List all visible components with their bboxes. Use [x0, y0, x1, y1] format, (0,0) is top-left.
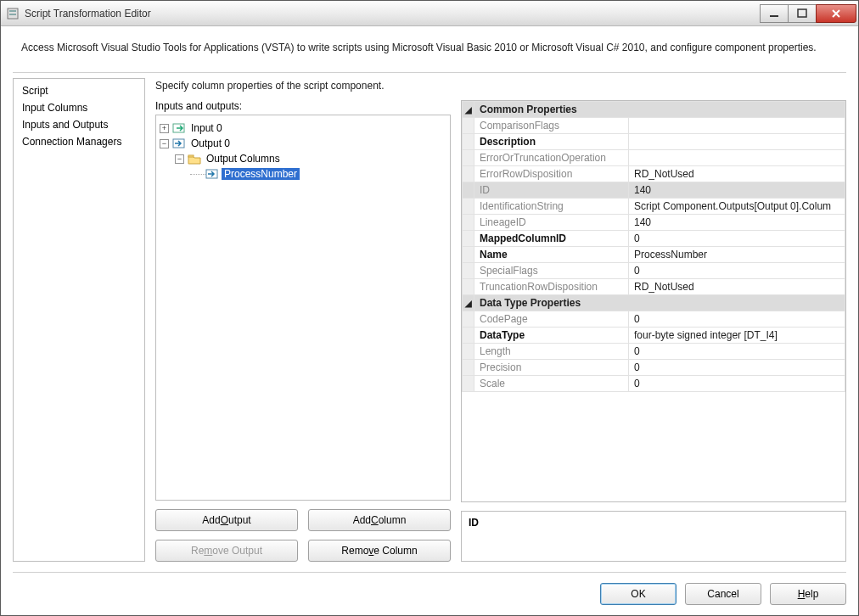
input-icon — [172, 121, 186, 135]
propgrid-row[interactable]: NameProcessNumber — [463, 247, 845, 263]
column-icon — [205, 167, 219, 181]
prop-value[interactable]: RD_NotUsed — [629, 279, 845, 295]
expand-icon[interactable]: + — [160, 124, 169, 133]
tree-node-processnumber[interactable]: ProcessNumber — [160, 166, 446, 182]
close-button[interactable] — [816, 4, 856, 23]
prop-name: Length — [474, 344, 629, 360]
prop-value[interactable]: RD_NotUsed — [629, 166, 845, 182]
tree-node-input0[interactable]: + Input 0 — [160, 120, 446, 136]
ok-button[interactable]: OK — [600, 583, 677, 605]
propgrid-column: ◢Common PropertiesComparisonFlagsDescrip… — [461, 100, 846, 562]
prop-value[interactable]: 0 — [629, 360, 845, 376]
right-pane: Specify column properties of the script … — [155, 78, 846, 562]
prop-value[interactable]: 0 — [629, 376, 845, 392]
help-button[interactable]: Help — [770, 583, 846, 605]
prop-value[interactable]: Script Component.Outputs[Output 0].Colum — [629, 199, 845, 215]
svg-rect-2 — [9, 14, 16, 15]
prop-name: MappedColumnID — [474, 231, 629, 247]
propgrid-row[interactable]: SpecialFlags0 — [463, 263, 845, 279]
prop-name: ErrorOrTruncationOperation — [474, 150, 629, 166]
add-column-button[interactable]: Add Column — [308, 509, 451, 531]
window-title: Script Transformation Editor — [25, 8, 761, 20]
sidebar-item-input-columns[interactable]: Input Columns — [14, 99, 144, 116]
propgrid-row[interactable]: ComparisonFlags — [463, 118, 845, 134]
prop-value[interactable] — [629, 150, 845, 166]
prop-value[interactable]: 140 — [629, 182, 845, 199]
collapse-icon[interactable]: − — [175, 154, 184, 164]
prop-name: TruncationRowDisposition — [474, 279, 629, 295]
output-icon — [172, 137, 186, 150]
svg-rect-4 — [798, 9, 806, 17]
main-area: Script Input Columns Inputs and Outputs … — [13, 78, 846, 562]
propgrid-row[interactable]: IdentificationStringScript Component.Out… — [463, 199, 845, 215]
prop-value[interactable]: ProcessNumber — [629, 247, 845, 263]
sidebar-item-connection-managers[interactable]: Connection Managers — [14, 133, 144, 150]
prop-name: CodePage — [474, 311, 629, 328]
property-description-title: ID — [469, 517, 839, 529]
propgrid-category[interactable]: ◢Common Properties — [463, 102, 845, 118]
tree-buttons-row1: Add Output Add Column — [155, 509, 451, 531]
prop-value[interactable]: 140 — [629, 215, 845, 231]
prop-name: SpecialFlags — [474, 263, 629, 279]
propgrid-row[interactable]: Length0 — [463, 344, 845, 360]
propgrid-category[interactable]: ◢Data Type Properties — [463, 295, 845, 311]
propgrid-row[interactable]: Precision0 — [463, 360, 845, 376]
propgrid-row[interactable]: Scale0 — [463, 376, 845, 392]
page-header: Specify column properties of the script … — [155, 80, 846, 92]
svg-rect-1 — [9, 10, 16, 12]
propgrid-row[interactable]: ID140 — [463, 182, 845, 199]
window-buttons — [761, 4, 856, 23]
remove-output-button[interactable]: Remove Output — [155, 540, 298, 562]
cancel-button[interactable]: Cancel — [685, 583, 761, 605]
tree-buttons-row2: Remove Output Remove Column — [155, 540, 451, 562]
dialog-description: Access Microsoft Visual Studio Tools for… — [13, 35, 846, 72]
prop-value[interactable]: 0 — [629, 263, 845, 279]
collapse-icon[interactable]: ◢ — [463, 295, 474, 311]
dialog-window: Script Transformation Editor Access Micr… — [0, 0, 859, 616]
property-grid[interactable]: ◢Common PropertiesComparisonFlagsDescrip… — [461, 100, 846, 502]
prop-value[interactable]: 0 — [629, 344, 845, 360]
tree-node-label: Input 0 — [188, 122, 225, 134]
category-label: Data Type Properties — [474, 295, 845, 311]
propgrid-row[interactable]: ErrorRowDispositionRD_NotUsed — [463, 166, 845, 182]
property-description-box: ID — [461, 511, 846, 562]
sidebar-item-script[interactable]: Script — [14, 82, 144, 99]
propgrid-row[interactable]: CodePage0 — [463, 311, 845, 328]
propgrid-row[interactable]: LineageID140 — [463, 215, 845, 231]
prop-name: DataType — [474, 328, 629, 344]
prop-value[interactable]: 0 — [629, 231, 845, 247]
propgrid-row[interactable]: Description — [463, 134, 845, 150]
prop-value[interactable] — [629, 134, 845, 150]
prop-name: ErrorRowDisposition — [474, 166, 629, 182]
titlebar[interactable]: Script Transformation Editor — [1, 1, 858, 26]
prop-name: IdentificationString — [474, 199, 629, 215]
propgrid-row[interactable]: TruncationRowDispositionRD_NotUsed — [463, 279, 845, 295]
tree-node-label: ProcessNumber — [222, 168, 300, 180]
prop-value[interactable] — [629, 118, 845, 134]
tree-node-output0[interactable]: − Output 0 — [160, 136, 446, 151]
prop-name: ID — [474, 182, 629, 199]
prop-value[interactable]: 0 — [629, 311, 845, 328]
collapse-icon[interactable]: − — [160, 139, 169, 148]
remove-column-button[interactable]: Remove Column — [308, 540, 451, 562]
prop-name: Scale — [474, 376, 629, 392]
prop-name: LineageID — [474, 215, 629, 231]
tree-node-output-columns[interactable]: − Output Columns — [160, 151, 446, 166]
propgrid-row[interactable]: MappedColumnID0 — [463, 231, 845, 247]
dialog-content: Access Microsoft Visual Studio Tools for… — [1, 26, 858, 615]
maximize-button[interactable] — [788, 4, 817, 23]
tree-column: Inputs and outputs: + Input 0 − Output 0 — [155, 100, 451, 562]
minimize-button[interactable] — [760, 4, 789, 23]
sidebar-item-inputs-outputs[interactable]: Inputs and Outputs — [14, 116, 144, 133]
collapse-icon[interactable]: ◢ — [463, 102, 474, 118]
add-output-button[interactable]: Add Output — [155, 509, 298, 531]
divider — [13, 72, 846, 73]
propgrid-row[interactable]: ErrorOrTruncationOperation — [463, 150, 845, 166]
propgrid-row[interactable]: DataTypefour-byte signed integer [DT_I4] — [463, 328, 845, 344]
prop-name: Precision — [474, 360, 629, 376]
folder-icon — [188, 152, 201, 165]
inputs-outputs-tree[interactable]: + Input 0 − Output 0 − — [155, 115, 451, 501]
svg-rect-3 — [770, 15, 778, 17]
tree-node-label: Output Columns — [204, 153, 283, 165]
prop-value[interactable]: four-byte signed integer [DT_I4] — [629, 328, 845, 344]
